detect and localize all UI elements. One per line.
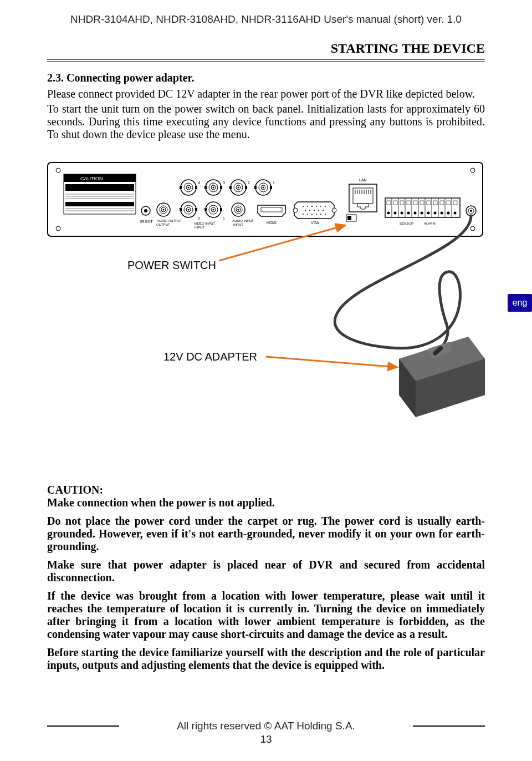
- svg-point-131: [441, 212, 443, 215]
- svg-rect-39: [180, 208, 182, 211]
- caution-p2: Do not place the power cord under the ca…: [47, 515, 485, 553]
- svg-point-79: [318, 210, 319, 211]
- svg-rect-114: [400, 201, 404, 205]
- svg-point-82: [307, 214, 308, 215]
- svg-rect-11: [65, 202, 134, 206]
- svg-point-130: [434, 212, 437, 215]
- svg-point-31: [213, 187, 214, 189]
- svg-point-73: [316, 206, 317, 207]
- svg-rect-112: [387, 201, 391, 205]
- intro-paragraph: Please connect provided DC 12V adapter i…: [47, 88, 485, 100]
- sensor-label: SENSOR: [400, 222, 414, 225]
- svg-point-125: [401, 212, 403, 215]
- svg-point-71: [307, 206, 308, 207]
- svg-rect-122: [453, 201, 457, 205]
- svg-text:INPUT: INPUT: [195, 226, 204, 229]
- svg-point-78: [314, 210, 315, 211]
- caution-block: CAUTION: Make connection when the power …: [47, 484, 485, 672]
- svg-point-127: [414, 212, 417, 215]
- svg-rect-55: [245, 186, 247, 189]
- caution-p3: Make sure that power adapter is placed n…: [47, 559, 485, 584]
- svg-rect-116: [413, 201, 417, 205]
- svg-point-126: [407, 212, 410, 215]
- svg-point-72: [311, 206, 313, 207]
- svg-rect-100: [347, 216, 351, 220]
- ir-ext-label: IR EXT: [140, 220, 153, 224]
- svg-rect-115: [407, 201, 411, 205]
- page-number: 13: [0, 733, 532, 745]
- audio-output-label: AUDIO OUTPUT: [157, 219, 182, 222]
- caution-heading: CAUTION:: [47, 484, 485, 496]
- rear-panel-diagram: CAUTION IR EXT AUDIO OUTPUT OUTPUT: [47, 162, 485, 461]
- svg-point-60: [263, 187, 264, 189]
- svg-rect-32: [204, 186, 207, 189]
- svg-rect-26: [195, 186, 197, 189]
- hdmi-label: HDMI: [267, 221, 277, 225]
- svg-text:OUTPUT: OUTPUT: [156, 223, 170, 226]
- svg-text:1: 1: [223, 217, 225, 221]
- svg-rect-40: [195, 208, 197, 211]
- svg-text:2: 2: [198, 217, 200, 221]
- svg-point-45: [213, 209, 214, 211]
- rear-panel-svg: CAUTION IR EXT AUDIO OUTPUT OUTPUT: [47, 162, 485, 461]
- svg-text:2: 2: [248, 181, 250, 185]
- caution-p5: Before starting the device familiarize y…: [47, 646, 485, 672]
- svg-rect-121: [447, 201, 451, 205]
- svg-point-83: [311, 214, 313, 215]
- svg-point-15: [144, 209, 147, 212]
- svg-rect-47: [220, 208, 222, 211]
- svg-rect-54: [229, 186, 232, 189]
- svg-text:4: 4: [198, 181, 200, 185]
- video-input-label: VIDEO INPUT: [194, 222, 216, 225]
- section-title: STARTING THE DEVICE: [47, 41, 485, 56]
- svg-rect-119: [433, 201, 437, 205]
- svg-point-80: [323, 210, 324, 211]
- doc-header: NHDR-3104AHD, NHDR-3108AHD, NHDR-3116AHD…: [47, 13, 485, 26]
- svg-point-88: [332, 208, 336, 212]
- svg-point-70: [303, 206, 304, 207]
- language-tab: eng: [508, 294, 532, 312]
- svg-point-132: [447, 212, 450, 215]
- svg-text:INPUT: INPUT: [233, 223, 243, 226]
- lan-label: LAN: [359, 178, 367, 182]
- vga-label: VGA: [311, 221, 319, 225]
- svg-rect-117: [420, 201, 424, 205]
- svg-point-38: [188, 209, 190, 211]
- svg-point-76: [305, 210, 306, 211]
- svg-point-77: [309, 210, 310, 211]
- caution-p4: If the device was brought from a locatio…: [47, 590, 485, 641]
- svg-rect-113: [393, 201, 397, 205]
- svg-point-67: [238, 209, 239, 211]
- svg-point-85: [320, 214, 321, 215]
- power-switch-label: POWER SWITCH: [127, 259, 216, 272]
- svg-rect-120: [440, 201, 444, 205]
- caution-box-label: CAUTION: [80, 176, 103, 181]
- svg-rect-33: [220, 186, 222, 189]
- svg-rect-7: [65, 184, 134, 191]
- svg-rect-46: [204, 208, 207, 211]
- page-footer: All rights reserved © AAT Holding S.A. 1…: [0, 720, 532, 745]
- svg-point-53: [238, 187, 239, 189]
- svg-point-19: [163, 209, 165, 211]
- svg-point-87: [293, 208, 298, 212]
- svg-rect-25: [180, 186, 182, 189]
- dc-adapter-label: 12V DC ADAPTER: [163, 351, 257, 363]
- svg-point-74: [320, 206, 321, 207]
- svg-point-128: [421, 212, 423, 215]
- svg-text:3: 3: [223, 181, 225, 185]
- svg-point-123: [387, 212, 390, 215]
- svg-point-24: [188, 187, 190, 189]
- audio-input-label: AUDIO INPUT: [232, 219, 254, 222]
- subsection-title: 2.3. Connecting power adapter.: [47, 72, 485, 84]
- section-rule: [47, 59, 485, 62]
- svg-point-133: [454, 212, 457, 215]
- caution-p1: Make connection when the power is not ap…: [47, 496, 485, 509]
- svg-rect-61: [254, 186, 257, 189]
- svg-line-139: [266, 357, 397, 367]
- svg-rect-62: [270, 186, 272, 189]
- init-paragraph: To start the unit turn on the power swit…: [47, 103, 485, 141]
- svg-point-81: [303, 214, 304, 215]
- footer-rule-right: [413, 726, 485, 727]
- svg-point-84: [316, 214, 317, 215]
- svg-point-86: [325, 214, 326, 215]
